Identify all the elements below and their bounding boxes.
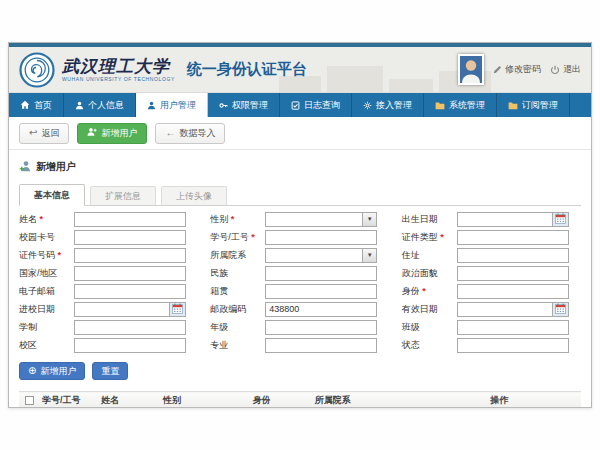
field-grade-label: 年级	[210, 321, 265, 334]
form-field-department: 所属院系▼	[210, 246, 389, 264]
power-icon	[550, 65, 560, 75]
form-field-identity: 身份 *	[402, 282, 581, 300]
form-field-ethnicity: 民族	[210, 264, 389, 282]
submit-add-user-button[interactable]: ⊕ 新增用户	[19, 362, 85, 380]
field-campus-card-label: 校园卡号	[19, 231, 74, 244]
field-label-text: 有效日期	[402, 304, 438, 314]
select-all-checkbox[interactable]	[25, 396, 34, 405]
field-label-text: 住址	[402, 250, 420, 260]
field-schooling-length-label: 学制	[19, 321, 74, 334]
logout-link[interactable]: 退出	[550, 63, 581, 76]
field-department-select[interactable]: ▼	[265, 248, 377, 263]
field-valid-date-label: 有效日期	[402, 303, 457, 316]
submit-label: 新增用户	[40, 365, 76, 378]
field-postal-code-label: 邮政编码	[210, 303, 265, 316]
data-import-button[interactable]: ← 数据导入	[155, 123, 225, 144]
col-header-identity[interactable]: 身份	[249, 392, 311, 409]
field-political-status-input[interactable]	[457, 266, 569, 281]
form-field-native-place: 籍贯	[210, 282, 389, 300]
calendar-icon	[555, 213, 566, 226]
required-marker: *	[438, 232, 444, 242]
form-field-valid-date: 有效日期	[402, 300, 581, 318]
form-field-email: 电子邮箱	[19, 282, 198, 300]
field-label-text: 专业	[210, 340, 228, 350]
form-field-postal-code: 邮政编码	[210, 300, 389, 318]
field-enroll-date-input[interactable]	[75, 303, 169, 316]
field-gender-label: 性别 *	[210, 213, 265, 226]
field-label-text: 校区	[19, 340, 37, 350]
reset-button[interactable]: 重置	[92, 362, 128, 380]
field-label-text: 学号/工号	[210, 232, 249, 242]
field-valid-date-calendar-button[interactable]	[552, 303, 568, 316]
field-campus-card-input[interactable]	[74, 230, 186, 245]
field-identity-label: 身份 *	[402, 285, 457, 298]
form-field-name: 姓名 *	[19, 210, 198, 228]
field-major-input[interactable]	[265, 338, 377, 353]
field-class-input[interactable]	[457, 320, 569, 335]
add-user-button[interactable]: 新增用户	[77, 123, 147, 144]
tab-bar: 基本信息扩展信息上传头像	[19, 183, 581, 206]
nav-item-system[interactable]: 系统管理	[424, 93, 497, 117]
field-campus-label: 校区	[19, 339, 74, 352]
key-icon	[219, 101, 228, 110]
person-icon	[147, 101, 156, 110]
pencil-icon	[493, 65, 502, 74]
tab-extended-info[interactable]: 扩展信息	[90, 186, 156, 206]
nav-item-label: 接入管理	[376, 99, 412, 112]
nav-item-profile[interactable]: 个人信息	[64, 93, 136, 117]
field-label-text: 年级	[210, 322, 228, 332]
field-email-input[interactable]	[74, 284, 186, 299]
nav-item-logs[interactable]: 日志查询	[280, 93, 352, 117]
nav-item-access[interactable]: 接入管理	[352, 93, 424, 117]
tab-upload-avatar[interactable]: 上传头像	[161, 186, 227, 206]
field-native-place-input[interactable]	[265, 284, 377, 299]
field-birth-date-calendar-button[interactable]	[552, 213, 568, 226]
nav-item-label: 权限管理	[232, 99, 268, 112]
add-user-toolbar-label: 新增用户	[101, 127, 137, 140]
select-value	[266, 249, 362, 262]
field-campus-input[interactable]	[74, 338, 186, 353]
reset-label: 重置	[101, 365, 119, 378]
back-button[interactable]: ↩ 返回	[19, 123, 69, 144]
field-id-number-input[interactable]	[74, 248, 186, 263]
folder-icon	[435, 101, 445, 110]
col-header-id[interactable]: 学号/工号	[38, 392, 97, 409]
tab-basic-info[interactable]: 基本信息	[19, 184, 85, 206]
field-gender-select[interactable]: ▼	[265, 212, 377, 227]
field-identity-input[interactable]	[457, 284, 569, 299]
field-id-type-input[interactable]	[457, 230, 569, 245]
add-user-icon	[87, 127, 97, 139]
field-schooling-length-input[interactable]	[74, 320, 186, 335]
col-header-actions[interactable]: 操作	[487, 392, 581, 409]
field-status-input[interactable]	[457, 338, 569, 353]
field-ethnicity-input[interactable]	[265, 266, 377, 281]
form-field-schooling-length: 学制	[19, 318, 198, 336]
field-valid-date-input[interactable]	[458, 303, 552, 316]
field-student-id-input[interactable]	[265, 230, 377, 245]
nav-item-users[interactable]: 用户管理	[136, 93, 208, 117]
field-postal-code-input[interactable]	[265, 302, 377, 317]
field-enroll-date-calendar-button[interactable]	[169, 303, 185, 316]
field-birth-date-input[interactable]	[458, 213, 552, 226]
field-country-region-input[interactable]	[74, 266, 186, 281]
change-password-link[interactable]: 修改密码	[493, 63, 541, 76]
nav-item-subscription[interactable]: 订阅管理	[497, 93, 570, 117]
field-address-input[interactable]	[457, 248, 569, 263]
field-name-input[interactable]	[74, 212, 186, 227]
gear-icon	[363, 101, 372, 110]
chevron-down-icon[interactable]: ▼	[362, 249, 376, 262]
col-header-gender[interactable]: 性别	[159, 392, 249, 409]
nav-item-home[interactable]: 首页	[9, 93, 64, 117]
field-birth-date-date	[457, 212, 569, 227]
col-header-name[interactable]: 姓名	[97, 392, 159, 409]
form-field-student-id: 学号/工号 *	[210, 228, 389, 246]
data-import-label: 数据导入	[179, 127, 215, 140]
col-header-department[interactable]: 所属院系	[311, 392, 487, 409]
nav-item-permissions[interactable]: 权限管理	[208, 93, 280, 117]
field-status-label: 状态	[402, 339, 457, 352]
chevron-down-icon[interactable]: ▼	[362, 213, 376, 226]
nav-item-label: 首页	[34, 99, 52, 112]
form-field-grade: 年级	[210, 318, 389, 336]
change-password-label: 修改密码	[505, 63, 541, 76]
field-grade-input[interactable]	[265, 320, 377, 335]
